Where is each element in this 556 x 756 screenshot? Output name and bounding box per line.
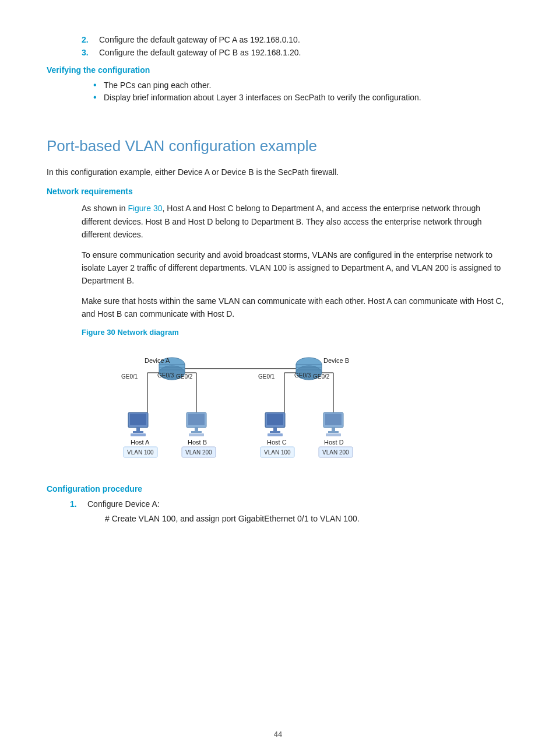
svg-rect-35: [191, 431, 202, 433]
svg-rect-36: [189, 433, 204, 436]
figure-container: Device A Device B GE0/3 GE0/3 GE0/1 GE0/…: [47, 342, 509, 467]
svg-text:VLAN 200: VLAN 200: [185, 449, 212, 456]
step-item-2: 2. Configure the default gateway of PC A…: [47, 35, 509, 44]
svg-text:GE0/1: GE0/1: [258, 373, 275, 380]
svg-text:GE0/3: GE0/3: [294, 372, 311, 379]
svg-rect-30: [133, 431, 143, 433]
main-section-title: Port-based VLAN configuration example: [47, 137, 509, 155]
svg-text:GE0/3: GE0/3: [157, 372, 174, 379]
config-num-1: 1.: [70, 499, 87, 509]
svg-rect-46: [326, 433, 341, 436]
config-text-1: Configure Device A:: [87, 499, 160, 509]
svg-rect-43: [325, 414, 342, 425]
svg-rect-41: [268, 433, 283, 436]
network-diagram: Device A Device B GE0/3 GE0/3 GE0/1 GE0/…: [82, 342, 420, 465]
svg-rect-38: [267, 414, 283, 425]
svg-text:GE0/2: GE0/2: [313, 373, 330, 380]
bullet-1: The PCs can ping each other.: [93, 80, 509, 90]
svg-rect-44: [332, 428, 335, 431]
svg-text:VLAN 200: VLAN 200: [322, 449, 349, 456]
svg-text:Host D: Host D: [324, 439, 344, 446]
step-text-2: Configure the default gateway of PC A as…: [99, 35, 509, 44]
svg-rect-39: [273, 428, 277, 431]
network-para2: To ensure communication security and avo…: [47, 249, 509, 288]
step-num-3: 3.: [82, 48, 99, 57]
step-item-3: 3. Configure the default gateway of PC B…: [47, 48, 509, 57]
svg-text:Host C: Host C: [267, 439, 287, 446]
svg-rect-31: [131, 433, 146, 436]
figure-title: Figure 30 Network diagram: [47, 328, 509, 337]
bullet-2: Display brief information about Layer 3 …: [93, 93, 509, 102]
svg-text:Host A: Host A: [131, 439, 150, 446]
svg-text:GE0/2: GE0/2: [176, 373, 193, 380]
network-para3: Make sure that hosts within the same VLA…: [47, 295, 509, 321]
verifying-bullets: The PCs can ping each other. Display bri…: [47, 80, 509, 102]
svg-text:GE0/1: GE0/1: [121, 373, 138, 380]
intro-text: In this configuration example, either De…: [47, 166, 509, 178]
step-text-3: Configure the default gateway of PC B as…: [99, 48, 509, 57]
svg-text:Host B: Host B: [188, 439, 207, 446]
verifying-heading: Verifying the configuration: [47, 65, 509, 75]
svg-text:VLAN 100: VLAN 100: [264, 449, 291, 456]
svg-text:Device B: Device B: [323, 357, 349, 364]
svg-rect-28: [130, 414, 146, 425]
step-num-2: 2.: [82, 35, 99, 44]
config-sub-1: # Create VLAN 100, and assign port Gigab…: [47, 512, 509, 525]
svg-rect-33: [188, 414, 205, 425]
network-para1: As shown in Figure 30, Host A and Host C…: [47, 202, 509, 241]
svg-rect-29: [136, 428, 140, 431]
network-req-heading: Network requirements: [47, 187, 509, 196]
svg-rect-40: [270, 431, 280, 433]
config-proc-heading: Configuration procedure: [47, 484, 509, 494]
config-item-1: 1. Configure Device A:: [47, 499, 509, 509]
page: 2. Configure the default gateway of PC A…: [0, 0, 556, 756]
svg-rect-45: [328, 431, 339, 433]
svg-rect-34: [195, 428, 198, 431]
svg-text:VLAN 100: VLAN 100: [127, 449, 154, 456]
figure30-link[interactable]: Figure 30: [128, 204, 162, 213]
page-number: 44: [47, 730, 509, 738]
svg-text:Device A: Device A: [145, 357, 170, 364]
